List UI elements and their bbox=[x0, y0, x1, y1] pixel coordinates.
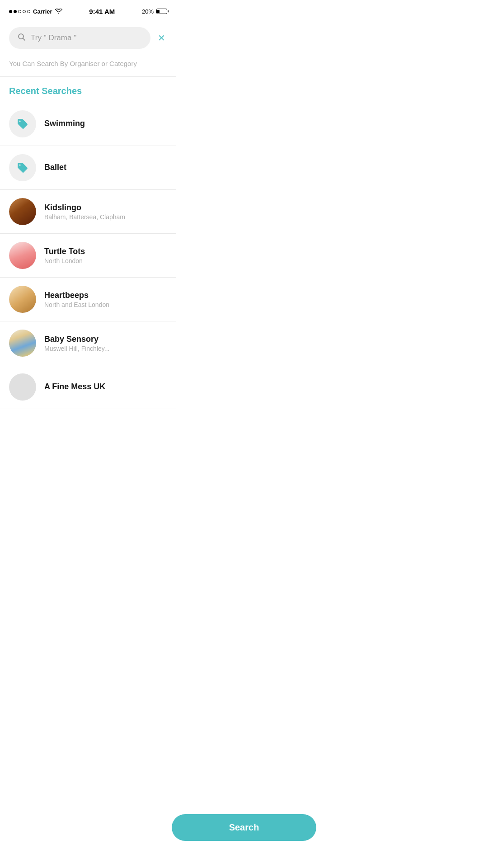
list-item[interactable]: Heartbeeps North and East London bbox=[0, 278, 176, 321]
search-bar[interactable]: Try " Drama " bbox=[9, 27, 150, 49]
status-time: 9:41 AM bbox=[89, 8, 115, 15]
item-subtitle: North and East London bbox=[44, 301, 167, 308]
tag-icon bbox=[17, 162, 28, 174]
signal-dot-5 bbox=[27, 10, 30, 13]
close-button[interactable]: ✕ bbox=[156, 31, 167, 45]
item-title: Baby Sensory bbox=[44, 335, 167, 344]
item-title: Turtle Tots bbox=[44, 247, 167, 256]
item-info: Kidslingo Balham, Battersea, Clapham bbox=[44, 203, 167, 221]
svg-line-1 bbox=[23, 38, 25, 41]
wifi-icon bbox=[55, 9, 62, 14]
search-container: Try " Drama " ✕ bbox=[0, 20, 176, 56]
item-info: A Fine Mess UK bbox=[44, 382, 167, 392]
status-right: 20% bbox=[142, 8, 167, 15]
list-item[interactable]: Turtle Tots North London bbox=[0, 234, 176, 277]
item-info: Baby Sensory Muswell Hill, Finchley... bbox=[44, 335, 167, 352]
avatar-image-heartbeeps bbox=[9, 286, 36, 313]
item-subtitle: Muswell Hill, Finchley... bbox=[44, 345, 167, 352]
signal-dot-3 bbox=[18, 10, 21, 13]
list-item[interactable]: Ballet bbox=[0, 146, 176, 189]
item-subtitle: North London bbox=[44, 257, 167, 264]
carrier-label: Carrier bbox=[33, 8, 52, 15]
recent-searches-header: Recent Searches bbox=[0, 77, 176, 102]
item-subtitle: Balham, Battersea, Clapham bbox=[44, 213, 167, 221]
item-title: A Fine Mess UK bbox=[44, 382, 167, 392]
avatar-image-babysensory bbox=[9, 330, 36, 357]
tag-icon bbox=[17, 118, 28, 130]
battery-percent: 20% bbox=[142, 8, 154, 15]
avatar-image-kidslingo bbox=[9, 198, 36, 225]
avatar-image-afinemess bbox=[9, 373, 36, 401]
search-hint: You Can Search By Organiser or Category bbox=[0, 56, 176, 76]
organiser-avatar bbox=[9, 330, 36, 357]
recent-searches-list: Swimming Ballet Kidslingo bbox=[0, 102, 176, 409]
status-left: Carrier bbox=[9, 8, 62, 15]
signal-dot-1 bbox=[9, 10, 12, 13]
list-divider bbox=[0, 409, 176, 409]
item-info: Turtle Tots North London bbox=[44, 247, 167, 264]
item-info: Swimming bbox=[44, 119, 167, 129]
item-info: Ballet bbox=[44, 163, 167, 173]
signal-dots bbox=[9, 10, 30, 13]
category-avatar bbox=[9, 110, 36, 137]
status-bar: Carrier 9:41 AM 20% bbox=[0, 0, 176, 20]
item-info: Heartbeeps North and East London bbox=[44, 291, 167, 308]
search-icon bbox=[17, 33, 26, 43]
signal-dot-2 bbox=[14, 10, 17, 13]
organiser-avatar bbox=[9, 373, 36, 401]
signal-dot-4 bbox=[23, 10, 26, 13]
list-item[interactable]: Swimming bbox=[0, 102, 176, 146]
search-placeholder[interactable]: Try " Drama " bbox=[31, 33, 142, 42]
avatar-image-turtletots bbox=[9, 242, 36, 269]
organiser-avatar bbox=[9, 242, 36, 269]
category-avatar bbox=[9, 154, 36, 181]
item-title: Swimming bbox=[44, 119, 167, 128]
list-item[interactable]: Baby Sensory Muswell Hill, Finchley... bbox=[0, 321, 176, 365]
list-item[interactable]: A Fine Mess UK bbox=[0, 365, 176, 409]
organiser-avatar bbox=[9, 286, 36, 313]
item-title: Ballet bbox=[44, 163, 167, 172]
organiser-avatar bbox=[9, 198, 36, 225]
item-title: Kidslingo bbox=[44, 203, 167, 212]
battery-icon bbox=[156, 9, 167, 14]
item-title: Heartbeeps bbox=[44, 291, 167, 300]
list-item[interactable]: Kidslingo Balham, Battersea, Clapham bbox=[0, 190, 176, 233]
